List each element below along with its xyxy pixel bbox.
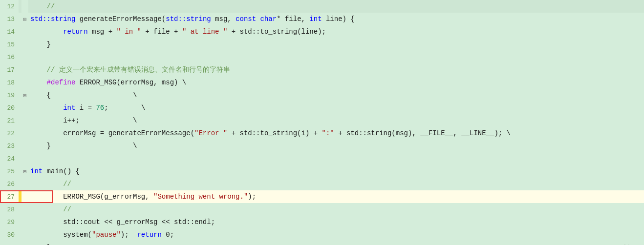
code-content: // <box>28 203 644 216</box>
code-line: 22 errorMsg = generateErrorMessage("Erro… <box>0 127 644 140</box>
line-number: 28 <box>0 203 19 216</box>
fold-gutter <box>21 241 28 245</box>
code-content: { \ <box>28 89 644 102</box>
code-line: 23 } \ <box>0 140 644 152</box>
code-content: // 定义一个宏来生成带有错误消息、文件名和行号的字符串 <box>28 63 644 76</box>
code-content: i++; \ <box>28 114 644 127</box>
line-number: 27 <box>0 190 19 203</box>
line-number: 15 <box>0 38 19 51</box>
code-content: std::cout << g_errorMsg << std::endl; <box>28 216 644 228</box>
line-number: 26 <box>0 178 19 190</box>
line-number: 12 <box>0 0 19 13</box>
line-number: 24 <box>0 152 19 165</box>
fold-gutter <box>21 38 28 51</box>
fold-gutter[interactable]: ⊟ <box>21 13 28 25</box>
code-line: 17 // 定义一个宏来生成带有错误消息、文件名和行号的字符串 <box>0 63 644 76</box>
fold-gutter <box>21 127 28 140</box>
code-content <box>28 152 644 165</box>
fold-gutter <box>21 51 28 63</box>
code-line: 15 } <box>0 38 644 51</box>
line-number: 30 <box>0 228 19 241</box>
fold-gutter <box>21 0 28 13</box>
code-content: int main() { <box>28 165 644 178</box>
code-content: errorMsg = generateErrorMessage("Error "… <box>28 127 644 140</box>
fold-gutter <box>21 190 28 203</box>
line-number: 19 <box>0 89 19 102</box>
fold-gutter <box>21 152 28 165</box>
fold-gutter <box>21 63 28 76</box>
code-line: 25⊟int main() { <box>0 165 644 178</box>
code-content: return msg + " in " + file + " at line "… <box>28 25 644 38</box>
code-line: 26 // <box>0 178 644 190</box>
fold-gutter <box>21 76 28 89</box>
code-line: 12 // <box>0 0 644 13</box>
code-content: #define ERROR_MSG(errorMsg, msg) \ <box>28 76 644 89</box>
line-number: 17 <box>0 63 19 76</box>
code-content: } <box>28 241 644 245</box>
code-container: 12 //13⊟std::string generateErrorMessage… <box>0 0 644 245</box>
code-content: int i = 76; \ <box>28 102 644 114</box>
line-number: 18 <box>0 76 19 89</box>
line-number: 23 <box>0 140 19 152</box>
code-content: // <box>28 178 644 190</box>
line-number: 21 <box>0 114 19 127</box>
line-number: 13 <box>0 13 19 25</box>
fold-gutter <box>21 140 28 152</box>
fold-gutter <box>21 102 28 114</box>
line-number: 14 <box>0 25 19 38</box>
code-content <box>28 51 644 63</box>
code-line: 24 <box>0 152 644 165</box>
line-number: 25 <box>0 165 19 178</box>
fold-gutter <box>21 25 28 38</box>
code-content: ERROR_MSG(g_errorMsg, "Something went wr… <box>28 190 644 203</box>
fold-gutter <box>21 203 28 216</box>
fold-gutter <box>21 216 28 228</box>
line-number: 16 <box>0 51 19 63</box>
fold-gutter[interactable]: ⊟ <box>21 165 28 178</box>
code-content: } \ <box>28 140 644 152</box>
code-line: 19⊟ { \ <box>0 89 644 102</box>
code-line: 21 i++; \ <box>0 114 644 127</box>
code-line: 27 ERROR_MSG(g_errorMsg, "Something went… <box>0 190 644 203</box>
code-content: } <box>28 38 644 51</box>
code-line: 18 #define ERROR_MSG(errorMsg, msg) \ <box>0 76 644 89</box>
fold-gutter[interactable]: ⊟ <box>21 89 28 102</box>
code-line: 29 std::cout << g_errorMsg << std::endl; <box>0 216 644 228</box>
code-line: 16 <box>0 51 644 63</box>
code-content: // <box>28 0 644 13</box>
line-number: 20 <box>0 102 19 114</box>
code-line: 31 } <box>0 241 644 245</box>
code-content: system("pause"); return 0; <box>28 228 644 241</box>
fold-gutter <box>21 178 28 190</box>
line-number: 29 <box>0 216 19 228</box>
code-line: 20 int i = 76; \ <box>0 102 644 114</box>
code-line: 13⊟std::string generateErrorMessage(std:… <box>0 13 644 25</box>
code-line: 30 system("pause"); return 0; <box>0 228 644 241</box>
code-content: std::string generateErrorMessage(std::st… <box>28 13 644 25</box>
line-number: 31 <box>0 241 19 245</box>
fold-gutter <box>21 228 28 241</box>
code-line: 28 // <box>0 203 644 216</box>
fold-gutter <box>21 114 28 127</box>
line-number: 22 <box>0 127 19 140</box>
code-line: 14 return msg + " in " + file + " at lin… <box>0 25 644 38</box>
